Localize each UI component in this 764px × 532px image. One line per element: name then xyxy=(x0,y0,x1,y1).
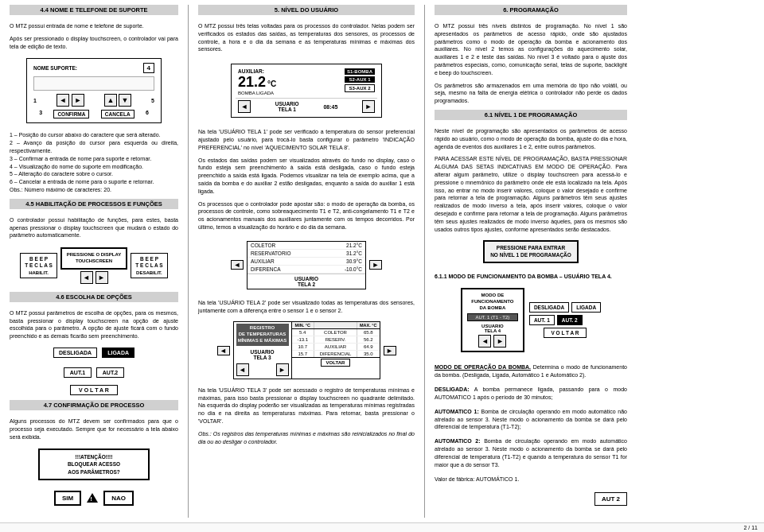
section6-body2: Os parâmetros são armazenados em uma mem… xyxy=(435,82,627,105)
pressione-entrar-label: PRESSIONE PARA ENTRAR NO NÍVEL 1 DE PROG… xyxy=(489,244,572,258)
aut2-choice[interactable]: AUT.2 xyxy=(96,367,124,378)
nao-btn[interactable]: NAO xyxy=(103,491,134,506)
confirma-btn[interactable]: CONFIRMA xyxy=(53,110,89,118)
display1-arrow-left[interactable] xyxy=(238,100,251,113)
section61-title: 6.1 NÍVEL 1 DE PROGRAMAÇÃO xyxy=(435,110,627,120)
display2-arrow-left[interactable] xyxy=(231,260,244,270)
beep-arrow-left[interactable] xyxy=(80,271,93,284)
desabilit-label: DESABILIT. xyxy=(135,270,162,275)
number-3: 3 xyxy=(39,110,42,118)
footer-right: 2 / 11 xyxy=(743,525,758,530)
warning-box: !!!ATENÇÃO!!!! BLOQUEAR ACESSO AOS PARÂM… xyxy=(38,449,150,480)
nome-suporte-label: NOME SUPORTE: xyxy=(33,65,77,71)
modo-title-text: MODO DE OPERAÇÃO DA BOMBA. xyxy=(435,364,531,370)
warning-triangle xyxy=(84,493,100,503)
ligada-opt-btn[interactable]: LIGADA xyxy=(571,302,601,313)
display3-voltar[interactable]: VOLTAR xyxy=(321,359,351,367)
note-5: 5 – Alteração do caractere sobre o curso… xyxy=(10,170,178,178)
section5-body6: Na tela 'USUÁRIO TELA 3' pode ser acessa… xyxy=(198,386,415,425)
cancela-btn[interactable]: CANCELA xyxy=(101,110,134,118)
desligada-text: DESLIGADA: xyxy=(435,386,470,392)
sensor-s1: S1-BOMBA xyxy=(345,68,375,75)
page: 4.4 NOME E TELEFONE DE SUPORTE O MTZ pos… xyxy=(0,0,764,532)
note-2: 2 – Avanço da posição do cursor para esq… xyxy=(10,139,178,155)
pressione-display-btn[interactable]: PRESSIONE O DISPLAY TOUCHSCREEN xyxy=(60,247,127,270)
col-divider-1 xyxy=(188,5,189,518)
beep-arrow-right[interactable] xyxy=(96,271,108,284)
arrow-right-btn[interactable] xyxy=(72,94,84,107)
section47-title: 4.7 CONFIRMAÇÃO DE PROCESSO xyxy=(10,400,178,410)
rmax-0: 65.8 xyxy=(357,329,380,336)
auto2-desc-para: AUTOMATICO 2: Bomba de circulação operan… xyxy=(435,437,627,468)
aut2-badge: AUT 2 xyxy=(594,492,627,506)
arrow-down-btn[interactable] xyxy=(119,94,131,107)
min-header: MIN. °C xyxy=(292,322,315,328)
section5-body2: Na tela 'USUÁRIO TELA 1' pode ser verifi… xyxy=(198,128,415,151)
d2-label-1: RESERVATORIO xyxy=(251,250,290,256)
section-modo-title: MODO DE OPERAÇÃO DA BOMBA. Determina o m… xyxy=(435,363,627,379)
choice-row-desligada-ligada: DESLIGADA LIGADA xyxy=(10,348,178,358)
display1-arrow-right[interactable] xyxy=(362,100,375,113)
arrow-up-btn[interactable] xyxy=(104,94,117,107)
ligada-choice[interactable]: LIGADA xyxy=(102,348,134,358)
display2-arrow-right[interactable] xyxy=(369,260,382,270)
number-4: 4 xyxy=(143,63,154,73)
rmax-2: 64.9 xyxy=(357,344,380,350)
d3-nav-left[interactable] xyxy=(236,363,249,376)
display2-header: USUARIO TELA 2 xyxy=(249,276,364,287)
beep1-label: B E E P T E C L A S xyxy=(25,256,52,270)
display1-unit: °C xyxy=(267,80,276,88)
voltar-btn[interactable]: V O L T A R xyxy=(70,385,118,395)
main-content: 4.4 NOME E TELEFONE DE SUPORTE O MTZ pos… xyxy=(0,0,764,522)
display3-arrow-right[interactable] xyxy=(384,346,396,355)
number-1: 1 xyxy=(33,98,37,103)
rmin-0: 5.4 xyxy=(292,329,315,336)
rmax-1: 56.2 xyxy=(357,336,380,343)
display2-row-diferenca: DIFERENCA -10.0°C xyxy=(248,266,365,274)
section6-body1: O MTZ possui três níveis distintos de pr… xyxy=(435,22,627,77)
usuario-tela4: USUARIO TELA 4 xyxy=(467,324,518,333)
section4-body2: Após ser pressionado o display touchscre… xyxy=(10,35,178,51)
display1-usuario: USUARIO xyxy=(275,101,299,107)
section61-body1: Neste nível de programação são apresenta… xyxy=(435,127,627,150)
aut1-choice[interactable]: AUT.1 xyxy=(64,367,92,378)
note-obs: Obs.: Número máximo de caracteres: 20. xyxy=(10,186,178,194)
d2-value-1: 31.2°C xyxy=(346,250,362,256)
modo-arrow-left[interactable] xyxy=(478,335,491,348)
choice-row-aut: AUT.1 AUT.2 xyxy=(10,367,178,378)
section5-body1: O MTZ possui três telas voltadas para os… xyxy=(198,22,415,53)
d2-label-0: COLETOR xyxy=(251,243,275,248)
rmax-3: 35.0 xyxy=(357,351,380,357)
desligada-desc-para: DESLIGADA: A bomba permanece ligada, pas… xyxy=(435,386,627,402)
display3-arrow-left[interactable] xyxy=(217,346,230,355)
aut-voltar-btn[interactable]: V O L T A R xyxy=(544,328,586,338)
modo-arrow-right[interactable] xyxy=(493,335,506,348)
d3-nav-right[interactable] xyxy=(276,363,289,376)
obs-text: Obs.: Os registros das temperaturas míni… xyxy=(198,430,415,446)
number-6: 6 xyxy=(146,110,149,118)
aut1-opt-btn[interactable]: AUT. 1 xyxy=(529,315,555,325)
note-1: 1 – Posição do cursor abaixo do caracter… xyxy=(10,131,178,139)
note-3: 3 – Confirmar a entrada de nome para sup… xyxy=(10,155,178,163)
beep-habilit-box: B E E P T E C L A S HABILIT. xyxy=(20,253,57,279)
d2-value-2: 30.9°C xyxy=(346,258,362,264)
section46-title: 4.6 ESCOLHA DE OPÇÕES xyxy=(10,292,178,302)
auto1-desc-para: AUTOMATICO 1: Bomba de circulação operan… xyxy=(435,408,627,431)
max-header: MAX. °C xyxy=(357,322,380,328)
display2-row-reservatorio: RESERVATORIO 31.2°C xyxy=(248,250,365,258)
desligada-choice[interactable]: DESLIGADA xyxy=(53,348,97,358)
aut2-opt-btn[interactable]: AUT. 2 xyxy=(557,315,583,325)
pressione-entrar-box[interactable]: PRESSIONE PARA ENTRAR NO NÍVEL 1 DE PROG… xyxy=(483,240,579,262)
display2-row-coletor: COLETOR 21.2°C xyxy=(248,242,365,250)
page-footer: 2 / 11 xyxy=(0,522,764,532)
section5-title: 5. NÍVEL DO USUÁRIO xyxy=(198,5,415,15)
auto1-text: AUTOMATICO 1: xyxy=(435,409,479,414)
registro-row-2: 10.7 AUXILIAR 64.9 xyxy=(292,344,380,351)
sim-btn[interactable]: SIM xyxy=(54,491,81,506)
arrow-left-btn[interactable] xyxy=(57,94,69,107)
section47-body: Alguns processos do MTZ devem ser confir… xyxy=(10,417,178,441)
d2-label-2: AUXILIAR xyxy=(251,258,275,264)
desligada-opt-btn[interactable]: DESLIGADA xyxy=(529,302,569,313)
habilit-label: HABILIT. xyxy=(25,270,52,275)
sim-nao-row: SIM NAO xyxy=(10,491,178,506)
